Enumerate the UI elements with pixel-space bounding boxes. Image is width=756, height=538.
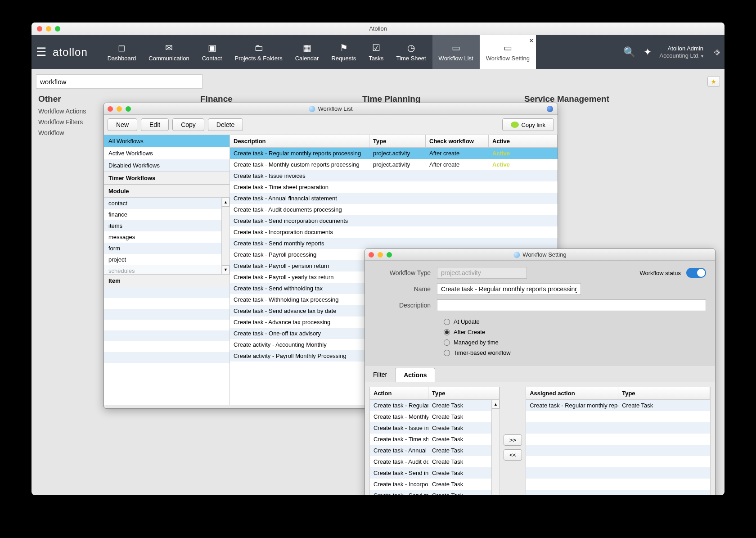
- zoom-icon[interactable]: [126, 106, 131, 112]
- new-button[interactable]: New: [108, 118, 137, 131]
- edit-button[interactable]: Edit: [141, 118, 169, 131]
- cell-check: [426, 238, 489, 249]
- filter-disabled[interactable]: Disabled Workflows: [104, 159, 230, 172]
- table-row[interactable]: Create task - Incorporation documents: [230, 226, 558, 238]
- search-input[interactable]: [36, 74, 202, 89]
- assigned-row[interactable]: Create task - Regular monthly reportsCre…: [526, 400, 710, 411]
- minimize-icon[interactable]: [378, 252, 383, 258]
- action-row[interactable]: Create task - MonthlyCreate Task: [370, 411, 500, 422]
- copy-button[interactable]: Copy: [172, 118, 204, 131]
- mac-titlebar: Atollon: [32, 23, 724, 35]
- action-row[interactable]: Create task - AnnualCreate Task: [370, 445, 500, 456]
- scroll-up-icon[interactable]: ▲: [492, 400, 500, 409]
- cell-check: [426, 215, 489, 226]
- module-item[interactable]: messages: [104, 231, 230, 243]
- filter-all[interactable]: All Workflows: [104, 135, 230, 147]
- col-action[interactable]: Action: [370, 387, 428, 399]
- nav-workflow-setting[interactable]: ▭Workflow Setting×: [480, 35, 536, 69]
- scrollbar[interactable]: ▲▼: [491, 400, 500, 495]
- action-row[interactable]: Create task - IncorporationCreate Task: [370, 479, 500, 490]
- minimize-window-icon[interactable]: [46, 26, 51, 32]
- trigger-radio[interactable]: Managed by time: [444, 339, 706, 346]
- table-row[interactable]: Create task - Send incorporation documen…: [230, 215, 558, 226]
- module-item[interactable]: form: [104, 243, 230, 254]
- nav-tasks[interactable]: ☑Tasks: [362, 35, 390, 69]
- col-type[interactable]: Type: [428, 387, 500, 399]
- zoom-icon[interactable]: [387, 252, 392, 258]
- minimize-icon[interactable]: [117, 106, 122, 112]
- table-row[interactable]: Create task - Annual financial statement: [230, 193, 558, 204]
- tab-filter[interactable]: Filter: [365, 368, 395, 382]
- trigger-radio[interactable]: After Create: [444, 329, 706, 335]
- scrollbar[interactable]: ▲▼: [221, 198, 230, 274]
- col-active[interactable]: Active: [489, 135, 558, 147]
- scroll-down-icon[interactable]: ▼: [222, 265, 230, 274]
- cell-active: [489, 226, 558, 238]
- table-row[interactable]: Create task - Send monthly reports: [230, 238, 558, 249]
- action-row[interactable]: Create task - Issue invoicesCreate Task: [370, 422, 500, 434]
- close-window-icon[interactable]: [37, 26, 42, 32]
- nav-calendar[interactable]: ▦Calendar: [289, 35, 325, 69]
- nav-workflow-list[interactable]: ▭Workflow List: [432, 35, 480, 69]
- trigger-radio[interactable]: Timer-based workflow: [444, 349, 706, 356]
- col-type[interactable]: Type: [369, 135, 426, 147]
- status-toggle[interactable]: [686, 268, 706, 278]
- cell-active: [489, 215, 558, 226]
- table-row[interactable]: Create task - Issue invoices: [230, 170, 558, 181]
- action-row[interactable]: Create task - Send monthlyCreate Task: [370, 490, 500, 495]
- module-item[interactable]: contact: [104, 198, 230, 209]
- close-icon[interactable]: [369, 252, 374, 258]
- action-row[interactable]: Create task - Time sheetCreate Task: [370, 434, 500, 445]
- nav-contact[interactable]: ▣Contact: [196, 35, 229, 69]
- table-row[interactable]: Create task - Monthly custom reports pro…: [230, 159, 558, 170]
- trigger-radio[interactable]: At Update: [444, 318, 706, 325]
- search-icon[interactable]: 🔍: [623, 46, 635, 58]
- action-row[interactable]: Create task - Send incorporationCreate T…: [370, 467, 500, 479]
- tools-icon[interactable]: ✦: [644, 46, 652, 58]
- workflow-name-input[interactable]: [437, 283, 581, 295]
- radio-icon: [444, 319, 450, 325]
- col-type2[interactable]: Type: [618, 387, 710, 399]
- cell-type: [369, 193, 426, 204]
- col-assigned[interactable]: Assigned action: [526, 387, 618, 399]
- action-row[interactable]: Create task - RegularCreate Task: [370, 400, 500, 411]
- module-item[interactable]: project: [104, 254, 230, 265]
- scroll-up-icon[interactable]: ▲: [222, 198, 230, 207]
- module-item[interactable]: items: [104, 220, 230, 231]
- tasks-icon: ☑: [372, 42, 380, 53]
- favorite-button[interactable]: ★: [707, 76, 720, 87]
- filter-active[interactable]: Active Workflows: [104, 147, 230, 159]
- module-item[interactable]: schedules: [104, 265, 230, 274]
- cell-active: [489, 204, 558, 215]
- user-info[interactable]: Atollon Admin Accounting Ltd. ▾: [660, 45, 703, 59]
- nav-communication[interactable]: ✉Communication: [142, 35, 195, 69]
- table-row[interactable]: Create task - Time sheet preparation: [230, 181, 558, 193]
- empty-row: [526, 490, 710, 495]
- action-row[interactable]: Create task - Audit documentsCreate Task: [370, 456, 500, 467]
- logout-icon[interactable]: ⎆: [714, 46, 720, 58]
- close-icon[interactable]: [108, 106, 113, 112]
- tab-actions[interactable]: Actions: [395, 368, 435, 382]
- close-tab-icon[interactable]: ×: [530, 37, 533, 44]
- cell-type: Create Task: [428, 479, 500, 490]
- table-row[interactable]: Create task - Regular monthly reports pr…: [230, 148, 558, 159]
- copy-link-button[interactable]: Copy link: [502, 118, 554, 131]
- delete-button[interactable]: Delete: [208, 118, 243, 131]
- nav-projects[interactable]: 🗀Projects & Folders: [228, 35, 288, 69]
- workflow-desc-input[interactable]: [437, 299, 706, 311]
- module-item[interactable]: finance: [104, 209, 230, 220]
- menu-icon[interactable]: ☰: [36, 45, 46, 59]
- move-left-button[interactable]: <<: [504, 449, 522, 461]
- col-description[interactable]: Description: [230, 135, 369, 147]
- nav-requests[interactable]: ⚑Requests: [325, 35, 362, 69]
- col-check[interactable]: Check workflow: [426, 135, 489, 147]
- maximize-window-icon[interactable]: [55, 26, 60, 32]
- window-icon: ▭: [452, 42, 460, 53]
- cell-desc: Create task - Payroll - pension return: [230, 260, 369, 271]
- nav-dashboard[interactable]: ◻Dashboard: [101, 35, 143, 69]
- help-icon[interactable]: [547, 106, 553, 112]
- table-row[interactable]: Create task - Audit documents processing: [230, 204, 558, 215]
- nav-timesheet[interactable]: ◷Time Sheet: [390, 35, 432, 69]
- cell-type: Create Task: [428, 422, 500, 434]
- move-right-button[interactable]: >>: [504, 434, 522, 446]
